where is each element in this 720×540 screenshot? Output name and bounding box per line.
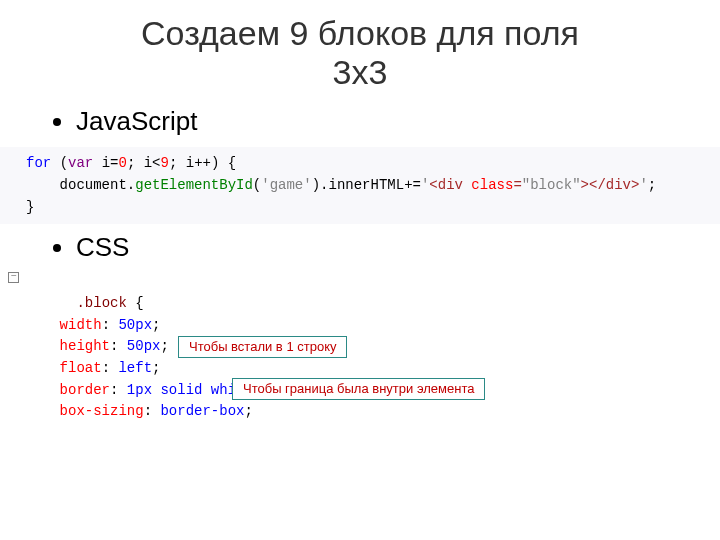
ident-i3: i	[186, 155, 194, 171]
css-semi1: ;	[152, 317, 160, 333]
css-prop-height: height	[60, 338, 110, 354]
dot2: .	[320, 177, 328, 193]
html-gt: >	[581, 177, 589, 193]
func-gebi: getElementById	[135, 177, 253, 193]
slide: Создаем 9 блоков для поля 3х3 JavaScript…	[0, 0, 720, 540]
css-ob: {	[135, 295, 143, 311]
brace-open: {	[228, 155, 236, 171]
code-block-js: for (var i=0; i<9; i++) { document.getEl…	[0, 147, 720, 224]
paren-open: (	[60, 155, 68, 171]
annotation-float: Чтобы встали в 1 строку	[178, 336, 347, 358]
html-eq: =	[513, 177, 521, 193]
semi3: ;	[648, 177, 656, 193]
css-prop-border: border	[60, 382, 110, 398]
str-game: 'game'	[261, 177, 311, 193]
ident-i2: i	[144, 155, 152, 171]
paren-close: )	[211, 155, 219, 171]
code-block-css: −.block { width: 50px; height: 50px; flo…	[0, 271, 672, 488]
bullet-css: CSS	[76, 232, 672, 263]
title-line1: Создаем 9 блоков для поля	[141, 14, 579, 52]
title-line2: 3х3	[333, 53, 388, 91]
content-area: JavaScript for (var i=0; i<9; i++) { doc…	[0, 106, 720, 488]
colon4: :	[110, 382, 127, 398]
semi1: ;	[127, 155, 135, 171]
css-val-50b: 50px	[127, 338, 161, 354]
bullet-list-css: CSS	[48, 232, 672, 263]
css-prop-width: width	[60, 317, 102, 333]
html-div-open: <div	[429, 177, 471, 193]
kw-for: for	[26, 155, 51, 171]
brace-close: }	[26, 199, 34, 215]
css-semi5: ;	[244, 403, 252, 419]
colon1: :	[102, 317, 119, 333]
annotation-boxsizing: Чтобы граница была внутри элемента	[232, 378, 485, 400]
colon3: :	[102, 360, 119, 376]
slide-title: Создаем 9 блоков для поля 3х3	[0, 0, 720, 102]
css-semi3: ;	[152, 360, 160, 376]
num-9: 9	[161, 155, 169, 171]
html-div-close: </div>	[589, 177, 639, 193]
html-attr-class: class	[471, 177, 513, 193]
css-val-borderbox: border-box	[160, 403, 244, 419]
ident-i: i	[102, 155, 110, 171]
css-prop-float: float	[60, 360, 102, 376]
colon5: :	[144, 403, 161, 419]
ident-inner: innerHTML	[329, 177, 405, 193]
rp2: )	[312, 177, 320, 193]
css-prop-boxsizing: box-sizing	[60, 403, 144, 419]
num-0: 0	[118, 155, 126, 171]
bullet-javascript: JavaScript	[76, 106, 672, 137]
html-attrval: "block"	[522, 177, 581, 193]
css-semi2: ;	[160, 338, 168, 354]
css-val-left: left	[118, 360, 152, 376]
bullet-list-js: JavaScript	[48, 106, 672, 137]
kw-var: var	[68, 155, 93, 171]
dot1: .	[127, 177, 135, 193]
lp2: (	[253, 177, 261, 193]
inc: ++	[194, 155, 211, 171]
semi2: ;	[169, 155, 177, 171]
ident-document: document	[60, 177, 127, 193]
css-val-50a: 50px	[118, 317, 152, 333]
colon2: :	[110, 338, 127, 354]
fold-icon: −	[8, 272, 19, 283]
q2: '	[639, 177, 647, 193]
pluseq: +=	[404, 177, 421, 193]
css-selector: .block	[76, 295, 126, 311]
lt: <	[152, 155, 160, 171]
